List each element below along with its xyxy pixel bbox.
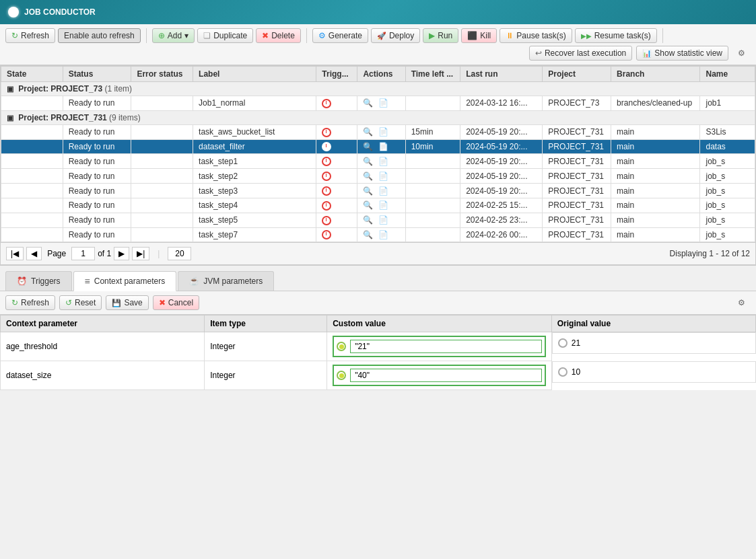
- cell-trigger: [316, 96, 357, 111]
- next-page-button[interactable]: ▶: [114, 247, 129, 260]
- last-page-button[interactable]: ▶|: [132, 247, 149, 260]
- custom-value-input[interactable]: [350, 340, 542, 353]
- cancel-button[interactable]: Cancel: [153, 295, 199, 310]
- table-row[interactable]: Ready to run task_aws_bucket_list 🔍 📄 15…: [1, 124, 755, 139]
- add-label: Add: [168, 31, 182, 40]
- project-group-row[interactable]: ▣ Project: PROJECT_73 (1 item): [1, 82, 755, 96]
- cell-label: task_step1: [193, 154, 316, 169]
- action-magnify-icon[interactable]: 🔍: [363, 172, 373, 181]
- tab-jvm-parameters[interactable]: JVM parameters: [178, 271, 274, 291]
- table-row[interactable]: Ready to run Job1_normal 🔍 📄 2024-03-12 …: [1, 96, 755, 111]
- resume-tasks-button[interactable]: ▶▶ Resume task(s): [575, 28, 657, 43]
- context-table-row[interactable]: age_threshold Integer 21: [1, 332, 756, 361]
- pause-icon: ⏸: [506, 31, 514, 40]
- table-row[interactable]: Ready to run task_step3 🔍 📄 2024-05-19 2…: [1, 184, 755, 198]
- tab-context-parameters[interactable]: Context parameters: [73, 271, 177, 291]
- action-magnify-icon[interactable]: 🔍: [363, 215, 373, 225]
- original-value-radio[interactable]: [558, 338, 568, 348]
- cell-timeleft: [405, 184, 460, 198]
- action-magnify-icon[interactable]: 🔍: [363, 127, 373, 137]
- show-statistic-button[interactable]: Show statistic view: [636, 46, 728, 61]
- add-dropdown-arrow: ▾: [184, 31, 188, 40]
- app-title: JOB CONDUCTOR: [24, 7, 96, 17]
- run-button[interactable]: Run: [423, 28, 458, 43]
- custom-value-input[interactable]: [350, 369, 542, 382]
- action-magnify-icon[interactable]: 🔍: [363, 157, 373, 166]
- pause-tasks-button[interactable]: ⏸ Pause task(s): [500, 28, 572, 43]
- project-collapse-icon[interactable]: ▣: [7, 85, 13, 93]
- delete-button[interactable]: Delete: [256, 28, 301, 43]
- prev-page-button[interactable]: ◀: [26, 247, 42, 260]
- trigger-clock-icon: [322, 157, 331, 166]
- action-doc-icon[interactable]: 📄: [378, 230, 388, 239]
- cell-trigger: [316, 198, 357, 213]
- deploy-button[interactable]: Deploy: [371, 28, 420, 43]
- action-doc-icon[interactable]: 📄: [378, 98, 388, 108]
- action-doc-icon[interactable]: 📄: [378, 172, 388, 181]
- project-group-row[interactable]: ▣ Project: PROJECT_731 (9 items): [1, 110, 755, 124]
- original-value-text: 10: [572, 367, 580, 377]
- first-page-button[interactable]: |◀: [6, 247, 24, 260]
- trigger-clock-icon: [322, 201, 331, 211]
- page-input[interactable]: [71, 247, 95, 260]
- cell-branch: main: [611, 213, 700, 227]
- generate-label: Generate: [329, 31, 362, 40]
- col-label-header: Label: [193, 67, 316, 82]
- custom-value-radio[interactable]: [337, 342, 346, 351]
- action-doc-icon[interactable]: 📄: [378, 127, 388, 137]
- refresh-button[interactable]: Refresh: [5, 28, 55, 43]
- custom-value-radio[interactable]: [337, 371, 346, 380]
- page-size-input[interactable]: [168, 247, 191, 260]
- table-row[interactable]: Ready to run task_step4 🔍 📄 2024-02-25 1…: [1, 198, 755, 213]
- run-label: Run: [438, 31, 452, 40]
- settings-button[interactable]: [732, 46, 751, 60]
- cell-lastrun: 2024-05-19 20:...: [460, 154, 543, 169]
- add-button[interactable]: Add ▾: [152, 28, 195, 43]
- deploy-label: Deploy: [389, 31, 414, 40]
- action-magnify-icon[interactable]: 🔍: [363, 200, 373, 210]
- original-value-radio[interactable]: [558, 367, 568, 377]
- action-doc-icon[interactable]: 📄: [378, 142, 388, 151]
- project-collapse-icon[interactable]: ▣: [7, 114, 13, 122]
- cell-trigger: [316, 184, 357, 198]
- action-magnify-icon[interactable]: 🔍: [363, 98, 373, 108]
- action-doc-icon[interactable]: 📄: [378, 186, 388, 196]
- cell-error: [131, 124, 193, 139]
- cell-lastrun: 2024-05-19 20:...: [460, 184, 543, 198]
- bottom-settings-button[interactable]: [732, 296, 751, 309]
- generate-button[interactable]: Generate: [312, 28, 368, 43]
- context-tab-icon: [85, 276, 90, 287]
- action-doc-icon[interactable]: 📄: [378, 200, 388, 210]
- table-row[interactable]: Ready to run task_step2 🔍 📄 2024-05-19 2…: [1, 169, 755, 184]
- bottom-refresh-button[interactable]: Refresh: [5, 295, 55, 310]
- action-doc-icon[interactable]: 📄: [378, 215, 388, 225]
- action-magnify-icon[interactable]: 🔍: [363, 142, 373, 151]
- duplicate-button[interactable]: Duplicate: [197, 28, 253, 43]
- cell-trigger: [316, 124, 357, 139]
- trigger-clock-icon: [322, 99, 331, 108]
- table-row[interactable]: Ready to run task_step1 🔍 📄 2024-05-19 2…: [1, 154, 755, 169]
- cell-state: [1, 213, 63, 227]
- table-row[interactable]: Ready to run dataset_filter 🔍 📄 10min 20…: [1, 139, 755, 154]
- action-magnify-icon[interactable]: 🔍: [363, 230, 373, 239]
- context-original-value-cell: 21: [552, 332, 756, 354]
- page-of-label: of 1: [98, 249, 111, 258]
- table-row[interactable]: Ready to run task_step5 🔍 📄 2024-02-25 2…: [1, 213, 755, 227]
- col-original-value-header: Original value: [551, 315, 755, 332]
- cell-status: Ready to run: [63, 184, 131, 198]
- auto-refresh-button[interactable]: Enable auto refresh: [58, 28, 141, 43]
- project-count: (1 item): [104, 84, 132, 94]
- recover-icon: [535, 48, 542, 58]
- action-magnify-icon[interactable]: 🔍: [363, 186, 373, 196]
- table-row[interactable]: Ready to run task_step7 🔍 📄 2024-02-26 0…: [1, 227, 755, 242]
- tab-triggers[interactable]: Triggers: [5, 271, 72, 291]
- context-table-row[interactable]: dataset_size Integer 10: [1, 361, 756, 390]
- save-button[interactable]: Save: [106, 295, 148, 310]
- action-doc-icon[interactable]: 📄: [378, 157, 388, 166]
- col-state-header: State: [1, 67, 63, 82]
- reset-button[interactable]: Reset: [59, 295, 102, 310]
- cell-project: PROJECT_731: [543, 198, 611, 213]
- kill-button[interactable]: ⬛ Kill: [461, 28, 497, 43]
- recover-button[interactable]: Recover last execution: [529, 46, 632, 61]
- col-context-param-header: Context parameter: [1, 315, 205, 332]
